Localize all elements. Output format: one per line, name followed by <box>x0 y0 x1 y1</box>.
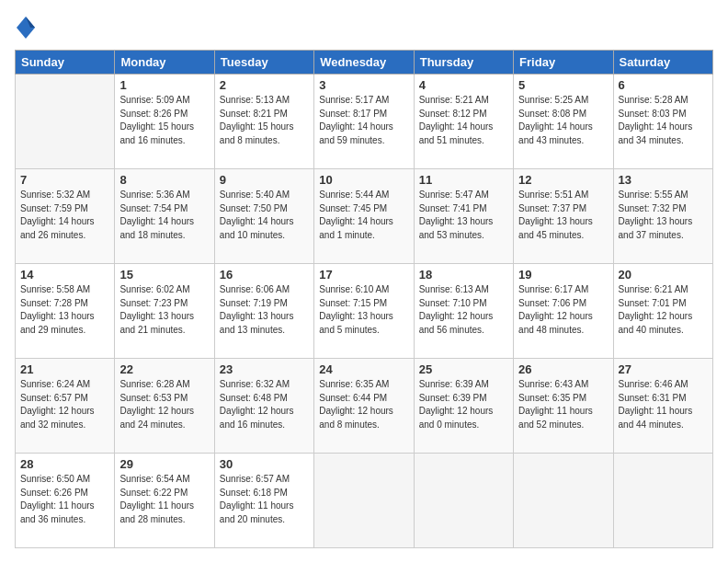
day-info: Sunrise: 6:10 AM Sunset: 7:15 PM Dayligh… <box>319 283 408 337</box>
day-cell: 4Sunrise: 5:21 AM Sunset: 8:12 PM Daylig… <box>414 75 513 169</box>
day-info: Sunrise: 5:40 AM Sunset: 7:50 PM Dayligh… <box>220 189 309 242</box>
day-info: Sunrise: 6:21 AM Sunset: 7:01 PM Dayligh… <box>619 283 708 337</box>
day-info: Sunrise: 6:28 AM Sunset: 6:53 PM Dayligh… <box>119 378 209 431</box>
col-header-sunday: Sunday <box>16 51 115 75</box>
day-cell: 29Sunrise: 6:54 AM Sunset: 6:22 PM Dayli… <box>115 454 214 548</box>
day-cell: 1Sunrise: 5:09 AM Sunset: 8:26 PM Daylig… <box>115 75 214 169</box>
day-cell: 3Sunrise: 5:17 AM Sunset: 8:17 PM Daylig… <box>314 75 414 169</box>
day-number: 12 <box>518 173 608 187</box>
day-number: 25 <box>419 362 508 376</box>
day-cell: 6Sunrise: 5:28 AM Sunset: 8:03 PM Daylig… <box>613 75 712 169</box>
col-header-monday: Monday <box>115 51 214 75</box>
day-info: Sunrise: 6:06 AM Sunset: 7:19 PM Dayligh… <box>220 283 309 337</box>
day-info: Sunrise: 5:55 AM Sunset: 7:32 PM Dayligh… <box>619 189 708 242</box>
day-cell: 17Sunrise: 6:10 AM Sunset: 7:15 PM Dayli… <box>314 264 414 359</box>
day-number: 26 <box>518 362 608 376</box>
day-number: 17 <box>319 268 408 282</box>
day-info: Sunrise: 5:21 AM Sunset: 8:12 PM Dayligh… <box>419 94 508 147</box>
day-cell: 24Sunrise: 6:35 AM Sunset: 6:44 PM Dayli… <box>314 359 414 454</box>
day-info: Sunrise: 5:51 AM Sunset: 7:37 PM Dayligh… <box>518 189 608 242</box>
day-cell: 19Sunrise: 6:17 AM Sunset: 7:06 PM Dayli… <box>514 264 613 359</box>
day-info: Sunrise: 5:32 AM Sunset: 7:59 PM Dayligh… <box>20 189 109 242</box>
day-number: 29 <box>119 457 209 471</box>
day-info: Sunrise: 6:46 AM Sunset: 6:31 PM Dayligh… <box>619 378 708 431</box>
day-cell: 25Sunrise: 6:39 AM Sunset: 6:39 PM Dayli… <box>414 359 513 454</box>
day-info: Sunrise: 6:50 AM Sunset: 6:26 PM Dayligh… <box>20 473 109 526</box>
day-number: 19 <box>518 268 608 282</box>
day-cell <box>16 75 115 169</box>
day-info: Sunrise: 5:36 AM Sunset: 7:54 PM Dayligh… <box>119 189 209 242</box>
day-cell: 14Sunrise: 5:58 AM Sunset: 7:28 PM Dayli… <box>16 264 115 359</box>
day-info: Sunrise: 6:24 AM Sunset: 6:57 PM Dayligh… <box>20 378 109 431</box>
day-cell: 28Sunrise: 6:50 AM Sunset: 6:26 PM Dayli… <box>16 454 115 548</box>
day-cell: 12Sunrise: 5:51 AM Sunset: 7:37 PM Dayli… <box>514 169 613 264</box>
week-row-1: 1Sunrise: 5:09 AM Sunset: 8:26 PM Daylig… <box>16 75 713 169</box>
day-cell <box>414 454 513 548</box>
day-info: Sunrise: 5:17 AM Sunset: 8:17 PM Dayligh… <box>319 94 408 147</box>
page: SundayMondayTuesdayWednesdayThursdayFrid… <box>0 0 728 563</box>
day-number: 21 <box>20 362 109 376</box>
day-info: Sunrise: 5:25 AM Sunset: 8:08 PM Dayligh… <box>518 94 608 147</box>
logo-icon <box>15 15 37 40</box>
day-number: 1 <box>119 78 209 92</box>
logo <box>15 15 40 40</box>
day-cell: 9Sunrise: 5:40 AM Sunset: 7:50 PM Daylig… <box>214 169 313 264</box>
day-info: Sunrise: 6:17 AM Sunset: 7:06 PM Dayligh… <box>518 283 608 337</box>
day-number: 9 <box>220 173 309 187</box>
col-header-thursday: Thursday <box>414 51 513 75</box>
day-cell: 16Sunrise: 6:06 AM Sunset: 7:19 PM Dayli… <box>214 264 313 359</box>
day-cell: 26Sunrise: 6:43 AM Sunset: 6:35 PM Dayli… <box>514 359 613 454</box>
day-info: Sunrise: 5:13 AM Sunset: 8:21 PM Dayligh… <box>220 94 309 147</box>
day-cell: 10Sunrise: 5:44 AM Sunset: 7:45 PM Dayli… <box>314 169 414 264</box>
day-number: 13 <box>619 173 708 187</box>
day-cell: 13Sunrise: 5:55 AM Sunset: 7:32 PM Dayli… <box>613 169 712 264</box>
day-info: Sunrise: 6:43 AM Sunset: 6:35 PM Dayligh… <box>518 378 608 431</box>
day-info: Sunrise: 6:35 AM Sunset: 6:44 PM Dayligh… <box>319 378 408 431</box>
day-number: 16 <box>220 268 309 282</box>
day-info: Sunrise: 5:09 AM Sunset: 8:26 PM Dayligh… <box>119 94 209 147</box>
col-header-friday: Friday <box>514 51 613 75</box>
week-row-3: 14Sunrise: 5:58 AM Sunset: 7:28 PM Dayli… <box>16 264 713 359</box>
day-cell: 5Sunrise: 5:25 AM Sunset: 8:08 PM Daylig… <box>514 75 613 169</box>
day-info: Sunrise: 6:13 AM Sunset: 7:10 PM Dayligh… <box>419 283 508 337</box>
day-number: 14 <box>20 268 109 282</box>
day-number: 20 <box>619 268 708 282</box>
day-number: 8 <box>119 173 209 187</box>
day-number: 24 <box>319 362 408 376</box>
day-info: Sunrise: 6:02 AM Sunset: 7:23 PM Dayligh… <box>119 283 209 337</box>
week-row-2: 7Sunrise: 5:32 AM Sunset: 7:59 PM Daylig… <box>16 169 713 264</box>
day-info: Sunrise: 6:32 AM Sunset: 6:48 PM Dayligh… <box>220 378 309 431</box>
day-cell <box>514 454 613 548</box>
col-header-wednesday: Wednesday <box>314 51 414 75</box>
day-info: Sunrise: 6:54 AM Sunset: 6:22 PM Dayligh… <box>119 473 209 526</box>
day-info: Sunrise: 6:57 AM Sunset: 6:18 PM Dayligh… <box>220 473 309 526</box>
header <box>15 15 713 40</box>
day-number: 11 <box>419 173 508 187</box>
col-header-tuesday: Tuesday <box>214 51 313 75</box>
day-info: Sunrise: 5:28 AM Sunset: 8:03 PM Dayligh… <box>619 94 708 147</box>
day-cell: 21Sunrise: 6:24 AM Sunset: 6:57 PM Dayli… <box>16 359 115 454</box>
day-info: Sunrise: 5:44 AM Sunset: 7:45 PM Dayligh… <box>319 189 408 242</box>
week-row-5: 28Sunrise: 6:50 AM Sunset: 6:26 PM Dayli… <box>16 454 713 548</box>
day-cell: 22Sunrise: 6:28 AM Sunset: 6:53 PM Dayli… <box>115 359 214 454</box>
day-cell <box>314 454 414 548</box>
day-number: 22 <box>119 362 209 376</box>
day-info: Sunrise: 5:47 AM Sunset: 7:41 PM Dayligh… <box>419 189 508 242</box>
day-cell: 8Sunrise: 5:36 AM Sunset: 7:54 PM Daylig… <box>115 169 214 264</box>
day-info: Sunrise: 6:39 AM Sunset: 6:39 PM Dayligh… <box>419 378 508 431</box>
day-number: 7 <box>20 173 109 187</box>
day-cell: 11Sunrise: 5:47 AM Sunset: 7:41 PM Dayli… <box>414 169 513 264</box>
day-number: 28 <box>20 457 109 471</box>
day-cell: 15Sunrise: 6:02 AM Sunset: 7:23 PM Dayli… <box>115 264 214 359</box>
day-cell: 2Sunrise: 5:13 AM Sunset: 8:21 PM Daylig… <box>214 75 313 169</box>
week-row-4: 21Sunrise: 6:24 AM Sunset: 6:57 PM Dayli… <box>16 359 713 454</box>
day-cell <box>613 454 712 548</box>
day-info: Sunrise: 5:58 AM Sunset: 7:28 PM Dayligh… <box>20 283 109 337</box>
day-cell: 20Sunrise: 6:21 AM Sunset: 7:01 PM Dayli… <box>613 264 712 359</box>
day-cell: 18Sunrise: 6:13 AM Sunset: 7:10 PM Dayli… <box>414 264 513 359</box>
day-cell: 30Sunrise: 6:57 AM Sunset: 6:18 PM Dayli… <box>214 454 313 548</box>
calendar: SundayMondayTuesdayWednesdayThursdayFrid… <box>15 50 713 548</box>
day-number: 2 <box>220 78 309 92</box>
day-number: 5 <box>518 78 608 92</box>
col-header-saturday: Saturday <box>613 51 712 75</box>
